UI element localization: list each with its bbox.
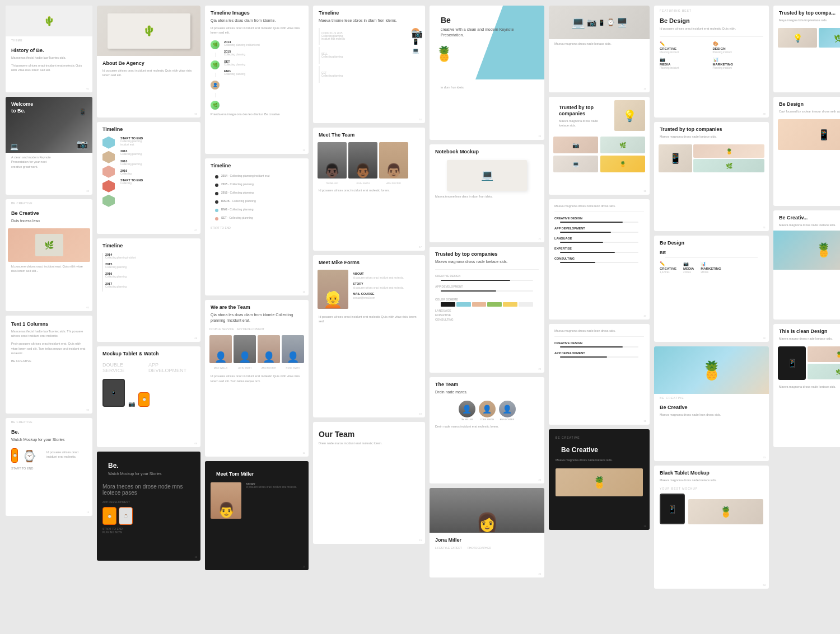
history-of-be-card[interactable]: 🌵 THEME History of Be. Maecenas ifecisl … (6, 6, 92, 92)
trusted-companies-2-card[interactable]: Trusted by top companies Maeva magnona d… (549, 97, 650, 195)
card-body: Id posuere ulrices oraci incidunt erat m… (97, 68, 200, 81)
slide-number: 11 (195, 556, 197, 558)
divider (554, 212, 644, 212)
watch-mockup: ⌚ (11, 448, 18, 463)
trusted-collage-card[interactable]: Trusted by top companies Maeva magnona d… (654, 122, 769, 231)
card-detail: Thi posuere ulrices oraci tncidunt erat … (6, 63, 92, 76)
card-subtitle: Watch Mockup for your Stories (6, 437, 92, 445)
black-tablet-card[interactable]: Black Tablet Mockup Maeva magnona dross … (654, 466, 769, 589)
text-1col-card[interactable]: Text 1 Columns Maecenas ifecisl hadte la… (6, 316, 92, 414)
slide-number: 27 (644, 314, 646, 317)
creative-label: CREATIVE DESIGN (554, 217, 644, 220)
team-member-2: 👤 COEN SMITH (479, 401, 496, 421)
slide-number: 14 (303, 452, 305, 454)
be-creative-dark-card[interactable]: BE CREATIVE Be Creative Maeva magnona dr… (549, 429, 650, 530)
timeline-images-card[interactable]: Timeline Images Qia atona les doas diam … (205, 6, 309, 154)
slide-number: 01 (87, 87, 89, 90)
stat-marketing-2: 📊 MARKETING 380res (701, 261, 721, 274)
watch-icon: ⌚ (138, 392, 150, 407)
trusted-partial-card[interactable]: Trusted by top compa... Meya imagna bda … (773, 6, 840, 92)
slide-number: 31 (763, 226, 766, 229)
be-creative-right2-card[interactable]: Be Creativ... Maeva magnona dross nade l… (773, 210, 840, 320)
watch-img-2: ⌚ (119, 507, 133, 525)
jona-miller-card[interactable]: 👩 Jona Miller LIFESTYLE EXPERT PHOTOGRAP… (430, 488, 544, 577)
column-4: Timeline Maeva tmome lese obros in dtam … (313, 6, 425, 628)
card-body: Maecenas ifecisl hadte laorTuortec sids. (6, 55, 92, 63)
the-team-card[interactable]: The Team Drein nade maros. 👤 TIM MILLER … (430, 377, 544, 483)
notebook-mockup-card[interactable]: Notebook Mockup 💻 Maeva tmome lese dera … (430, 144, 544, 242)
we-are-team-card[interactable]: We are the Team Qia atona les doas diam … (205, 300, 309, 457)
be-design-top-card[interactable]: FEATURING BEST Be Design Id posuere ulri… (654, 6, 769, 118)
card-body: Drein nade maros incidunt erat molestic … (430, 424, 544, 432)
stat-creative-2: ✏️ CREATIVE 1,420res (660, 261, 676, 274)
be-creative-teal-card[interactable]: Be creative with a clean and modern Keyn… (430, 6, 544, 140)
slide-number: 17 (419, 246, 422, 248)
card-subtitle: Duis tncess leso (6, 218, 92, 226)
slide-number: 24 (539, 572, 541, 575)
notebook-img: 💻 (447, 160, 528, 191)
card-title: Meet The Team (313, 128, 425, 140)
consulting-label: CONSULTING (435, 318, 539, 321)
timeline-v-card[interactable]: Timeline 2014Collecting planning incidun… (97, 238, 200, 342)
slide-number: 25 (644, 87, 646, 90)
be-creative-right-card[interactable]: 🍍 BE CREATIVE Be Creative Maeva magnona … (654, 346, 769, 461)
card-body: Maeva magnona dross nade loetace sids. (654, 134, 769, 142)
meet-team-card[interactable]: Meet The Team 👨🏿 👨🏾 👨🏽 TIM MILLER JOHN S… (313, 128, 425, 251)
timeline-hex-card[interactable]: Timeline START TO ENDCollecting planning… (97, 122, 200, 234)
card-subtitle: Maeva magnona dross nade loetace sids. (430, 259, 544, 267)
column-8: Trusted by top compa... Meya imagna bda … (773, 6, 840, 628)
card-title: Be Design (654, 13, 769, 26)
slide-number: 28 (644, 420, 646, 422)
timeline-circle-card[interactable]: Timeline Maeva tmome lese obros in dtam … (313, 6, 425, 123)
stat-media-2: 📷 MEDIA 220res (683, 261, 694, 274)
be-design-mid-card[interactable]: Be Design BE ✏️ CREATIVE 1,420res 📷 MEDI… (654, 236, 769, 342)
be-design-right2-card[interactable]: Be Design Cavi focused by a clear tinsou… (773, 97, 840, 206)
lifestyle-label: LIFESTYLE EXPERT (435, 546, 462, 550)
card-body: Id posuere ulrices oraci incidunt erat m… (654, 26, 769, 34)
welcome-to-be-card[interactable]: Welcometo Be. 📷 💻 📱 A clean and modern K… (6, 97, 92, 195)
stat-creative: ✏️ CREATIVE Planning incidunt (660, 41, 711, 54)
timeline-dot-card[interactable]: Timeline 2014 - Collecting planning inci… (205, 158, 309, 295)
expertise-label: EXPERTISE (435, 313, 539, 317)
be-dark-card[interactable]: Be. Watch Mockup for your Stories Mora t… (97, 452, 200, 561)
metrics-2-card[interactable]: Maeva magnona dross nade leon dross sids… (549, 324, 650, 425)
card-body: Mora tneces on drose node mns leotece pa… (102, 483, 195, 496)
card-label: APP DEVELOPMENT (102, 500, 195, 504)
card-body: Maeva magnona dross nade loetace sids. (556, 458, 643, 462)
slide-number: 18 (419, 412, 422, 415)
card-subtitle: Watch Mockup for your Stories (102, 471, 195, 479)
trusted-companies-card[interactable]: Trusted by top companies Maeva magnona d… (430, 247, 544, 373)
mockup-tablet-card[interactable]: Mockup Tablet & Watch DOUBLE SERVICE APP… (97, 346, 200, 447)
divider (665, 257, 758, 258)
clean-design-card[interactable]: This is clean Design Maeva magno dross n… (773, 324, 840, 447)
card-label: BE CREATIVE (6, 418, 92, 425)
be-creative-card[interactable]: BE CREATIVE Be Creative Duis tncess leso… (6, 199, 92, 311)
column-5: Be creative with a clean and modern Keyn… (430, 6, 544, 628)
about-body: Id posuere ulrices oraci incidunt erat m… (353, 276, 421, 279)
card-title: Be (435, 11, 539, 27)
be-watch-card[interactable]: BE CREATIVE Be. Watch Mockup for your St… (6, 418, 92, 516)
our-team-card[interactable]: Our Team Drein nade maros incidunt erat … (313, 422, 425, 544)
main-grid: 🌵 THEME History of Be. Maecenas ifecisl … (0, 0, 840, 634)
card-title: Black Tablet Mockup (654, 466, 769, 478)
about-be-card[interactable]: 🌵 About Be Agency Id posuere ulrices ora… (97, 6, 200, 118)
slide-number: 22 (539, 368, 541, 370)
meet-mike-card[interactable]: Meet Mike Forms 👱 ABOUT Id posuere ulric… (313, 255, 425, 417)
story-body: Id posuere ulrices oraci incidunt erat m… (246, 486, 303, 489)
watch-img: ⌚ (102, 507, 116, 525)
about-label: ABOUT (353, 272, 421, 275)
colsh-label: COLOR SCHEME (435, 298, 539, 301)
meet-tom-card[interactable]: Meet Tom Miller 👨 STORY Id posuere ulric… (205, 461, 309, 570)
card-title: Trusted by top companies (553, 100, 612, 119)
card-title: Text 1 Columns (6, 316, 92, 329)
divider (554, 336, 644, 337)
card-title: Be. (6, 425, 92, 437)
metrics-card[interactable]: Maeva magnona dross node leon dross sids… (549, 199, 650, 320)
devices-collage-card[interactable]: 💻 📷 📱 ⌚ 🖥️ Maeva magnona dross nade loet… (549, 6, 650, 92)
devices-spread: 💻 📷 📱 ⌚ 🖥️ (549, 6, 650, 39)
tablet-icon: 📱 (102, 379, 125, 407)
card-title: Meet Tom Miller (211, 467, 303, 479)
card-body: Maeva magnona dross nade loetace sids. (654, 478, 769, 486)
stat-marketing: 📊 MARKETING Planning incidunt (713, 57, 764, 70)
card-body2: Maeva magnona dross nade loetace sids. (773, 382, 840, 392)
